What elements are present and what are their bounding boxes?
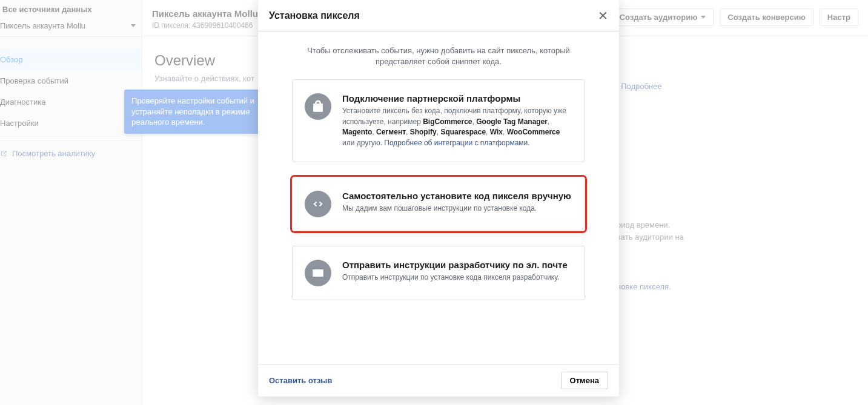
install-pixel-modal: Установка пикселя ✕ Чтобы отслеживать со… xyxy=(258,0,619,397)
option-email-text: Отправить инструкции разработчику по эл.… xyxy=(342,260,568,283)
option-email-title: Отправить инструкции разработчику по эл.… xyxy=(342,260,568,270)
option-partner-title: Подключение партнерской платформы xyxy=(342,93,572,104)
option-partner-text: Подключение партнерской платформы Устано… xyxy=(342,93,572,148)
modal-title: Установка пикселя xyxy=(269,10,360,21)
cancel-button[interactable]: Отмена xyxy=(561,372,608,389)
modal-intro: Чтобы отслеживать события, нужно добавит… xyxy=(292,45,585,67)
modal-header: Установка пикселя ✕ xyxy=(258,0,619,32)
option-manual-desc: Мы дадим вам пошаговые инструкции по уст… xyxy=(342,203,571,214)
modal-body: Чтобы отслеживать события, нужно добавит… xyxy=(258,32,619,364)
feedback-link[interactable]: Оставить отзыв xyxy=(269,376,332,385)
modal-footer: Оставить отзыв Отмена xyxy=(258,364,619,397)
option-email-desc: Отправить инструкции по установке кода п… xyxy=(342,272,568,283)
option-partner-platform[interactable]: Подключение партнерской платформы Устано… xyxy=(292,79,585,162)
option-email-developer[interactable]: Отправить инструкции разработчику по эл.… xyxy=(292,246,585,300)
bag-icon xyxy=(305,93,331,120)
code-icon xyxy=(305,191,331,217)
option-manual-install[interactable]: Самостоятельно установите код пикселя вр… xyxy=(292,177,585,231)
option-manual-title: Самостоятельно установите код пикселя вр… xyxy=(342,191,571,201)
platforms-integration-link[interactable]: Подробнее об интеграции с платформами. xyxy=(384,139,529,147)
mail-icon xyxy=(305,260,331,286)
close-icon[interactable]: ✕ xyxy=(598,8,608,23)
option-partner-desc: Установите пиксель без кода, подключив п… xyxy=(342,106,572,148)
option-manual-text: Самостоятельно установите код пикселя вр… xyxy=(342,191,571,214)
